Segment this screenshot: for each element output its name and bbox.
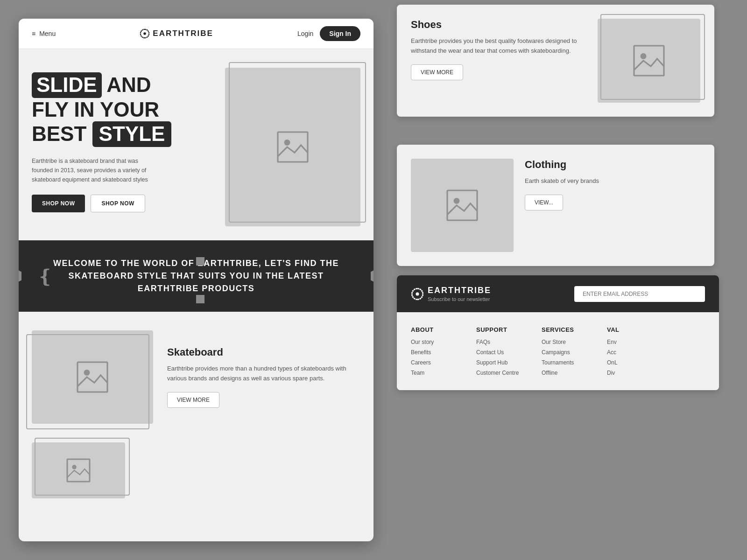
shop-now-secondary[interactable]: SHOP NOW — [91, 195, 145, 212]
footer-about-benefits[interactable]: Benefits — [411, 349, 458, 356]
logo-text: EARTHTRIBE — [153, 29, 213, 38]
footer-col-services: SERVICES Our Store Campaigns Tournaments… — [542, 326, 588, 376]
newsletter-email-input[interactable] — [574, 286, 705, 302]
hero-and: AND — [106, 73, 151, 96]
shoes-image-placeholder — [598, 19, 700, 103]
skateboard-title: Skateboard — [167, 346, 360, 358]
right-panel: Shoes Earthtribe provides you the best q… — [388, 0, 747, 560]
newsletter-logo: EARTHTRIBE Subscribe to our newsletter — [411, 286, 491, 302]
clothing-image-placeholder — [411, 159, 514, 252]
hero-highlight-style: STYLE — [92, 121, 172, 147]
footer-section: EARTHTRIBE Subscribe to our newsletter A… — [397, 275, 719, 390]
svg-point-4 — [84, 370, 90, 376]
hero-image-placeholder — [225, 68, 360, 226]
bottom-preview-image — [32, 442, 125, 498]
product-section-skateboard: Skateboard Earthtribe provides more than… — [19, 312, 374, 442]
hero-title: SLIDE AND FLY IN YOUR BEST STYLE — [32, 72, 216, 147]
torn-left-decoration — [19, 269, 21, 283]
footer-col-support: SUPPORT FAQs Contact Us Support Hub Cust… — [476, 326, 523, 376]
footer-support-hub[interactable]: Support Hub — [476, 359, 523, 366]
footer-val-env[interactable]: Env — [607, 339, 654, 345]
shoes-card: Shoes Earthtribe provides you the best q… — [397, 5, 714, 117]
site-header: ≡ Menu EARTHTRIBE Login Sign In — [19, 19, 374, 49]
hero-highlight-slide: SLIDE — [32, 72, 102, 98]
image-icon — [274, 128, 311, 166]
shop-now-primary[interactable]: SHOP NOW — [32, 195, 85, 212]
newsletter-tagline: Subscribe to our newsletter — [428, 296, 491, 302]
shoes-description: Earthtribe provides you the best quality… — [411, 36, 586, 56]
login-button[interactable]: Login — [297, 30, 313, 37]
footer-col-val: VAL Env Acc OnL Div — [607, 326, 654, 376]
footer-about-ourstory[interactable]: Our story — [411, 339, 458, 345]
footer-services-tournaments[interactable]: Tournaments — [542, 359, 588, 366]
footer-val-title: VAL — [607, 326, 654, 333]
torn-right-decoration — [371, 269, 374, 283]
site-logo: EARTHTRIBE — [140, 28, 213, 39]
newsletter-logo-icon — [411, 287, 424, 301]
menu-icon: ≡ — [32, 30, 35, 37]
footer-col-about: ABOUT Our story Benefits Careers Team — [411, 326, 458, 376]
bottom-preview-icon — [64, 456, 92, 484]
svg-point-2 — [284, 140, 290, 146]
svg-point-6 — [72, 465, 77, 469]
footer-val-div[interactable]: Div — [607, 370, 654, 376]
hero-best: BEST — [32, 122, 92, 145]
skateboard-image-icon — [74, 358, 111, 396]
menu-label: Menu — [39, 30, 56, 37]
welcome-banner: ❴ WELCOME TO THE WORLD OF EARTHTRIBE, LE… — [19, 240, 374, 312]
shoes-title: Shoes — [411, 19, 586, 31]
footer-about-careers[interactable]: Careers — [411, 359, 458, 366]
shoes-view-more[interactable]: VIEW MORE — [411, 64, 463, 80]
skateboard-view-more[interactable]: VIEW MORE — [167, 392, 219, 408]
menu-button[interactable]: ≡ Menu — [32, 30, 56, 37]
footer-about-title: ABOUT — [411, 326, 458, 333]
hero-fly: FLY IN YOUR — [32, 98, 159, 121]
footer-val-acc[interactable]: Acc — [607, 349, 654, 356]
welcome-bracket: ❴ — [37, 267, 53, 286]
hero-description: Earthtribe is a skateboard brand that wa… — [32, 156, 153, 184]
skateboard-image-placeholder — [32, 330, 153, 424]
footer-services-campaigns[interactable]: Campaigns — [542, 349, 588, 356]
clothing-content: Clothing Earth skateb of very brands VIE… — [525, 159, 700, 210]
footer-support-customer-centre[interactable]: Customer Centre — [476, 370, 523, 376]
skateboard-description: Earthtribe provides more than a hundred … — [167, 364, 360, 384]
logo-icon — [140, 28, 150, 39]
hero-text: SLIDE AND FLY IN YOUR BEST STYLE Earthtr… — [32, 68, 216, 226]
footer-services-store[interactable]: Our Store — [542, 339, 588, 345]
header-actions: Login Sign In — [297, 26, 360, 41]
hero-buttons: SHOP NOW SHOP NOW — [32, 195, 216, 212]
clothing-card: Clothing Earth skateb of very brands VIE… — [397, 145, 714, 266]
bottom-preview — [19, 442, 374, 508]
footer-support-title: SUPPORT — [476, 326, 523, 333]
footer-links: ABOUT Our story Benefits Careers Team SU… — [397, 312, 719, 390]
footer-val-onl[interactable]: OnL — [607, 359, 654, 366]
svg-point-0 — [144, 32, 147, 35]
svg-point-11 — [416, 292, 419, 295]
skateboard-info: Skateboard Earthtribe provides more than… — [167, 346, 360, 408]
clothing-description: Earth skateb of very brands — [525, 176, 700, 186]
newsletter-brand-name: EARTHTRIBE — [428, 286, 491, 295]
footer-services-offline[interactable]: Offline — [542, 370, 588, 376]
clothing-image-icon — [444, 187, 481, 224]
shoes-content: Shoes Earthtribe provides you the best q… — [411, 19, 586, 80]
signin-button[interactable]: Sign In — [320, 26, 360, 41]
footer-about-team[interactable]: Team — [411, 370, 458, 376]
footer-services-title: SERVICES — [542, 326, 588, 333]
shoes-image-icon — [630, 42, 668, 79]
newsletter-bar: EARTHTRIBE Subscribe to our newsletter — [397, 275, 719, 312]
hero-section: SLIDE AND FLY IN YOUR BEST STYLE Earthtr… — [19, 49, 374, 240]
footer-support-contact[interactable]: Contact Us — [476, 349, 523, 356]
clothing-title: Clothing — [525, 159, 700, 171]
left-panel: ≡ Menu EARTHTRIBE Login Sign In SLIDE AN… — [19, 19, 374, 541]
svg-point-10 — [454, 198, 460, 204]
svg-point-8 — [641, 53, 647, 59]
welcome-banner-text: WELCOME TO THE WORLD OF EARTHTRIBE, LET'… — [37, 257, 355, 295]
clothing-view-more[interactable]: VIEW... — [525, 195, 563, 210]
footer-support-faqs[interactable]: FAQs — [476, 339, 523, 345]
